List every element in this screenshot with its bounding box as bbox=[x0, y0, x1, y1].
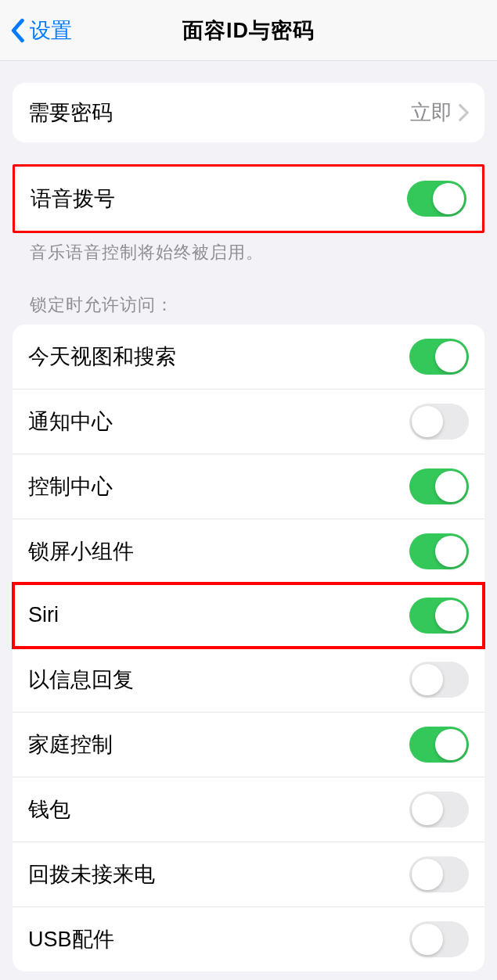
allow-access-list: 今天视图和搜索通知中心控制中心锁屏小组件Siri以信息回复家庭控制钱包回拨未接来… bbox=[13, 325, 484, 971]
allow-item-label: 回拨未接来电 bbox=[28, 860, 155, 888]
allow-item-row: Siri bbox=[13, 583, 484, 648]
chevron-right-icon bbox=[459, 104, 469, 121]
allow-item-row: 以信息回复 bbox=[13, 648, 484, 712]
allow-access-header: 锁定时允许访问： bbox=[13, 293, 484, 325]
allow-item-row: 回拨未接来电 bbox=[13, 842, 484, 906]
navigation-bar: 设置 面容ID与密码 bbox=[0, 0, 497, 61]
allow-item-toggle[interactable] bbox=[409, 404, 469, 440]
allow-item-label: 家庭控制 bbox=[28, 731, 113, 759]
page-title: 面容ID与密码 bbox=[182, 16, 315, 45]
allow-item-row: 通知中心 bbox=[13, 389, 484, 454]
allow-item-row: 控制中心 bbox=[13, 454, 484, 519]
allow-item-toggle[interactable] bbox=[409, 468, 469, 504]
back-label: 设置 bbox=[30, 16, 72, 45]
allow-item-row: 钱包 bbox=[13, 777, 484, 842]
allow-item-label: Siri bbox=[28, 603, 59, 627]
allow-item-row: 今天视图和搜索 bbox=[13, 325, 484, 389]
allow-item-toggle[interactable] bbox=[409, 598, 469, 634]
chevron-left-icon bbox=[9, 18, 25, 43]
allow-item-toggle[interactable] bbox=[409, 339, 469, 375]
allow-item-label: USB配件 bbox=[28, 925, 114, 953]
allow-item-row: 家庭控制 bbox=[13, 712, 484, 777]
require-passcode-row[interactable]: 需要密码 立即 bbox=[13, 83, 484, 142]
allow-item-label: 通知中心 bbox=[28, 407, 113, 436]
allow-item-label: 控制中心 bbox=[28, 472, 113, 501]
voice-dial-footer: 音乐语音控制将始终被启用。 bbox=[13, 233, 484, 265]
voice-dial-toggle[interactable] bbox=[407, 181, 466, 217]
require-passcode-label: 需要密码 bbox=[28, 99, 113, 127]
require-passcode-value: 立即 bbox=[410, 99, 452, 127]
allow-item-toggle[interactable] bbox=[409, 792, 469, 827]
back-button[interactable]: 设置 bbox=[9, 16, 72, 45]
allow-item-label: 钱包 bbox=[28, 795, 70, 824]
allow-item-label: 以信息回复 bbox=[28, 666, 134, 694]
voice-dial-label: 语音拨号 bbox=[31, 185, 115, 213]
voice-dial-row: 语音拨号 bbox=[15, 167, 482, 231]
allow-item-toggle[interactable] bbox=[409, 727, 469, 763]
allow-access-footer: iPhone锁定超过一小时后，需先解锁iPhone才能允许USB配件连接。 bbox=[13, 971, 484, 980]
allow-item-row: USB配件 bbox=[13, 906, 484, 971]
allow-item-label: 今天视图和搜索 bbox=[28, 343, 176, 371]
allow-item-toggle[interactable] bbox=[409, 921, 469, 957]
allow-item-toggle[interactable] bbox=[409, 533, 469, 569]
allow-item-label: 锁屏小组件 bbox=[28, 537, 134, 565]
allow-item-toggle[interactable] bbox=[409, 856, 469, 892]
allow-item-row: 锁屏小组件 bbox=[13, 519, 484, 583]
allow-item-toggle[interactable] bbox=[409, 662, 469, 698]
